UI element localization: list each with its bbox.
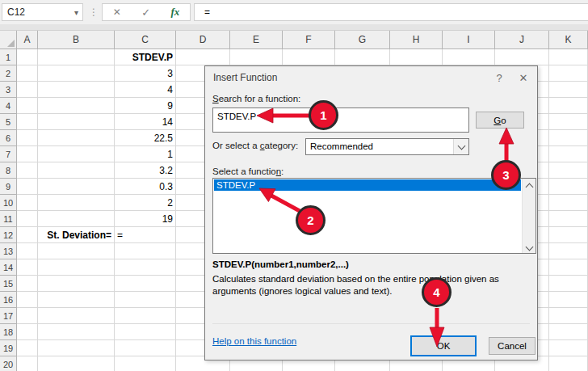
cell-B8[interactable] (38, 162, 115, 179)
cell-C7[interactable]: 1 (115, 146, 176, 162)
cell-B7[interactable] (38, 146, 115, 162)
category-dropdown[interactable]: Recommended (305, 138, 469, 155)
cell-K18[interactable] (549, 324, 588, 340)
row-header-19[interactable]: 19 (0, 340, 17, 356)
cell-C11[interactable]: 19 (115, 211, 176, 227)
cell-C6[interactable]: 22.5 (115, 130, 176, 146)
cell-B15[interactable] (38, 276, 115, 292)
close-icon[interactable]: ✕ (510, 72, 537, 84)
cell-K17[interactable] (549, 308, 588, 324)
cell-B18[interactable] (38, 324, 115, 340)
cell-A12[interactable] (17, 227, 38, 243)
cell-K6[interactable] (549, 130, 588, 146)
help-link[interactable]: Help on this function (212, 336, 296, 346)
row-header-14[interactable]: 14 (0, 259, 17, 276)
cell-C16[interactable] (115, 292, 176, 308)
enter-entry-icon[interactable]: ✓ (141, 6, 150, 19)
cell-B10[interactable] (38, 195, 115, 211)
cell-C2[interactable]: 3 (115, 65, 176, 82)
row-header-7[interactable]: 7 (0, 146, 17, 162)
cell-K1[interactable] (549, 49, 588, 65)
cell-K9[interactable] (549, 179, 588, 195)
cell-D1[interactable] (176, 49, 230, 65)
cell-A5[interactable] (17, 114, 38, 130)
cell-C3[interactable]: 4 (115, 82, 176, 98)
cell-K16[interactable] (549, 292, 588, 308)
cancel-entry-icon[interactable]: ✕ (113, 6, 121, 18)
cell-A10[interactable] (17, 195, 38, 211)
column-header-B[interactable]: B (38, 31, 115, 49)
name-box[interactable]: C12 ▾ (2, 3, 83, 21)
cell-G1[interactable] (335, 49, 390, 65)
cell-K14[interactable] (549, 259, 588, 276)
cancel-button[interactable]: Cancel (489, 337, 536, 355)
go-button[interactable]: Go (476, 112, 524, 129)
cell-B4[interactable] (38, 98, 115, 114)
row-header-9[interactable]: 9 (0, 179, 17, 195)
cell-H1[interactable] (390, 49, 443, 65)
cell-B20[interactable] (38, 356, 115, 371)
cell-B3[interactable] (38, 82, 115, 98)
row-header-15[interactable]: 15 (0, 276, 17, 292)
cell-K11[interactable] (549, 211, 588, 227)
cell-C17[interactable] (115, 308, 176, 324)
cell-A4[interactable] (17, 98, 38, 114)
cell-B1[interactable] (38, 49, 115, 65)
row-header-17[interactable]: 17 (0, 308, 17, 324)
cell-K12[interactable] (549, 227, 588, 243)
column-header-J[interactable]: J (495, 31, 549, 49)
search-input[interactable]: STDEV.P (212, 108, 469, 133)
scroll-down-icon[interactable] (523, 247, 536, 250)
cell-B11[interactable] (38, 211, 115, 227)
column-header-D[interactable]: D (176, 31, 230, 49)
row-header-5[interactable]: 5 (0, 114, 17, 130)
cell-K15[interactable] (549, 276, 588, 292)
column-header-H[interactable]: H (390, 31, 443, 49)
function-list-item-selected[interactable]: STDEV.P (214, 179, 521, 191)
column-header-C[interactable]: C (115, 31, 176, 49)
cell-K19[interactable] (549, 340, 588, 356)
scroll-up-icon[interactable] (523, 182, 536, 190)
cell-K7[interactable] (549, 146, 588, 162)
chevron-down-icon[interactable] (453, 139, 468, 154)
cell-C5[interactable]: 14 (115, 114, 176, 130)
row-header-6[interactable]: 6 (0, 130, 17, 146)
column-header-A[interactable]: A (17, 31, 38, 49)
cell-A3[interactable] (17, 82, 38, 98)
cell-K10[interactable] (549, 195, 588, 211)
row-header-12[interactable]: 12 (0, 227, 17, 243)
cell-A17[interactable] (17, 308, 38, 324)
cell-A11[interactable] (17, 211, 38, 227)
cell-A18[interactable] (17, 324, 38, 340)
column-header-F[interactable]: F (283, 31, 335, 49)
cell-C19[interactable] (115, 340, 176, 356)
listbox-scrollbar[interactable] (522, 179, 536, 253)
column-header-G[interactable]: G (335, 31, 390, 49)
ok-button[interactable]: OK (410, 335, 477, 356)
cell-B14[interactable] (38, 259, 115, 276)
cell-C1[interactable]: STDEV.P (115, 49, 176, 65)
cell-A8[interactable] (17, 162, 38, 179)
row-header-10[interactable]: 10 (0, 195, 17, 211)
row-header-18[interactable]: 18 (0, 324, 17, 340)
cell-E1[interactable] (230, 49, 283, 65)
row-header-16[interactable]: 16 (0, 292, 17, 308)
row-header-4[interactable]: 4 (0, 98, 17, 114)
cell-B2[interactable] (38, 65, 115, 82)
cell-B12[interactable]: St. Deviation= (38, 227, 115, 243)
cell-K4[interactable] (549, 98, 588, 114)
row-header-11[interactable]: 11 (0, 211, 17, 227)
cell-F1[interactable] (283, 49, 335, 65)
cell-K8[interactable] (549, 162, 588, 179)
cell-B19[interactable] (38, 340, 115, 356)
cell-K13[interactable] (549, 243, 588, 259)
cell-A7[interactable] (17, 146, 38, 162)
formula-input[interactable]: = (194, 3, 588, 21)
select-all-corner[interactable] (0, 31, 17, 49)
column-header-K[interactable]: K (549, 31, 588, 49)
cell-K5[interactable] (549, 114, 588, 130)
cell-C4[interactable]: 9 (115, 98, 176, 114)
cell-C8[interactable]: 3.2 (115, 162, 176, 179)
cell-K3[interactable] (549, 82, 588, 98)
cell-A2[interactable] (17, 65, 38, 82)
